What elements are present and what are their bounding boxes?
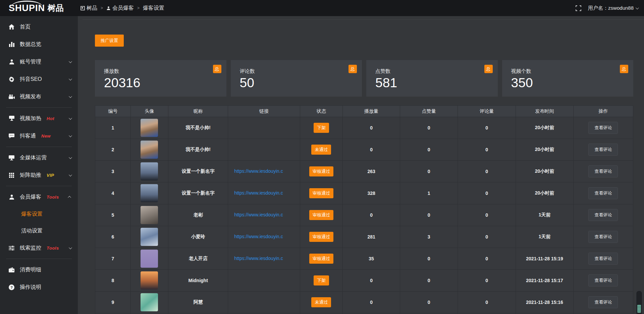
cell-no: 4 — [95, 182, 131, 204]
table-header-row: 编号 头像 昵称 链接 状态 播放量 点赞量 评论量 发布时间 操作 — [95, 106, 633, 117]
col-header-link: 链接 — [228, 106, 300, 117]
cell-avatar — [130, 117, 168, 139]
vip-badge: VIP — [47, 173, 54, 178]
video-link[interactable]: https://www.iesdouyin.c — [234, 212, 283, 217]
promo-settings-button[interactable]: 推广设置 — [95, 35, 124, 47]
sidebar-item-video-publish[interactable]: 视频发布 — [0, 88, 78, 105]
col-header-no: 编号 — [95, 106, 131, 117]
sidebar-item-member-baoke[interactable]: 会员爆客 Tools — [0, 188, 78, 206]
video-link[interactable]: https://www.iesdouyin.c — [234, 168, 283, 174]
cell-likes: 0 — [400, 248, 458, 270]
video-link[interactable]: https://www.iesdouyin.c — [234, 234, 283, 239]
cell-status: 审核通过 — [300, 204, 343, 226]
stat-label: 视频个数 — [511, 68, 634, 74]
cell-nickname: 小爱玲 — [168, 226, 228, 248]
square-icon — [80, 6, 85, 10]
sidebar-item-consumption-detail[interactable]: 消费明细 — [0, 261, 78, 278]
avatar — [141, 184, 158, 202]
cell-likes: 0 — [400, 292, 458, 313]
cell-time: 20小时前 — [516, 182, 574, 204]
cell-status: 审核通过 — [300, 182, 343, 204]
table-row: 4 设置一个新名字 https://www.iesdouyin.c 审核通过 3… — [95, 182, 633, 204]
fullscreen-icon[interactable] — [576, 5, 581, 11]
cell-nickname: 设置一个新名字 — [168, 161, 228, 182]
sidebar-item-label: 抖客通 — [20, 133, 36, 140]
cell-status: 未通过 — [300, 292, 343, 313]
cell-time: 1天前 — [516, 204, 574, 226]
sidebar-item-home[interactable]: 首页 — [0, 18, 78, 36]
sidebar-item-label: 视频发布 — [20, 93, 41, 100]
view-comments-button[interactable]: 查看评论 — [588, 187, 618, 199]
scrollbar-widget[interactable] — [636, 291, 642, 314]
breadcrumb-item-member[interactable]: 会员爆客 — [106, 5, 134, 12]
sidebar-item-douketong[interactable]: 抖客通 New — [0, 127, 78, 145]
cell-comments: 0 — [458, 270, 516, 292]
cell-comments: 0 — [458, 204, 516, 226]
table-row: 7 老人开店 https://www.iesdouyin.c 审核通过 35 0… — [95, 248, 633, 270]
sidebar-item-clue-monitor[interactable]: 线索监控 Tools — [0, 239, 78, 257]
cell-action: 查看评论 — [573, 161, 633, 182]
col-header-status: 状态 — [300, 106, 343, 117]
user-menu[interactable]: 用户名：zswodun88 — [588, 5, 638, 11]
sidebar-item-label: 数据总览 — [20, 41, 41, 48]
table-row: 3 设置一个新名字 https://www.iesdouyin.c 审核通过 2… — [95, 161, 633, 182]
view-comments-button[interactable]: 查看评论 — [588, 274, 618, 286]
view-comments-button[interactable]: 查看评论 — [588, 144, 618, 156]
hot-badge: Hot — [47, 116, 54, 121]
sidebar-item-label: 会员爆客 — [20, 194, 41, 201]
stat-label: 点赞数 — [375, 68, 498, 74]
view-comments-button[interactable]: 查看评论 — [588, 209, 618, 221]
sidebar-item-douyin-seo[interactable]: 抖音SEO — [0, 70, 78, 88]
stat-label: 评论数 — [240, 68, 362, 74]
cell-nickname: 老彬 — [168, 204, 228, 226]
cell-avatar — [130, 182, 168, 204]
sidebar-item-label: 操作说明 — [20, 284, 41, 291]
sidebar-subitem-baoke-settings[interactable]: 爆客设置 — [0, 206, 78, 222]
cell-comments: 0 — [458, 226, 516, 248]
videos-table: 编号 头像 昵称 链接 状态 播放量 点赞量 评论量 发布时间 操作 1 我不是… — [95, 105, 633, 314]
video-link[interactable]: https://www.iesdouyin.c — [234, 190, 283, 196]
cell-time: 20小时前 — [516, 161, 574, 182]
view-comments-button[interactable]: 查看评论 — [588, 253, 618, 265]
cell-status: 审核通过 — [300, 248, 343, 270]
sidebar-item-matrix-boost[interactable]: 矩阵助推 VIP — [0, 166, 78, 184]
chevron-down-icon — [69, 60, 72, 63]
table-row: 6 小爱玲 https://www.iesdouyin.c 审核通过 281 3… — [95, 226, 633, 248]
sidebar-item-label: 全媒体运营 — [20, 154, 47, 161]
stat-card-plays: 播放数 20316 总 — [95, 60, 226, 97]
sidebar-item-data-overview[interactable]: 数据总览 — [0, 36, 78, 53]
view-comments-button[interactable]: 查看评论 — [588, 165, 618, 177]
avatar — [141, 206, 158, 224]
cell-status: 下架 — [300, 270, 343, 292]
heat-monitor-icon — [8, 116, 15, 121]
view-comments-button[interactable]: 查看评论 — [588, 296, 618, 308]
cell-time: 20小时前 — [516, 139, 574, 161]
avatar — [141, 162, 158, 180]
cell-time: 2021-11-28 15:17 — [516, 270, 574, 292]
cell-no: 2 — [95, 139, 131, 161]
logo[interactable]: SHUPIN 树品 — [0, 4, 78, 13]
breadcrumb-item-home[interactable]: 树品 — [80, 5, 97, 12]
col-header-action: 操作 — [573, 106, 633, 117]
table-row: 8 Midnight 下架 0 0 0 2021-11-28 15:17 查看评… — [95, 270, 633, 292]
view-comments-button[interactable]: 查看评论 — [588, 231, 618, 243]
chevron-down-icon — [69, 134, 72, 137]
scrollbar-thumb[interactable] — [637, 305, 641, 313]
sidebar-item-video-heat[interactable]: 视频加热 Hot — [0, 110, 78, 127]
avatar — [141, 250, 158, 268]
stat-cards: 播放数 20316 总 评论数 50 总 点赞数 581 总 视频个数 350 … — [95, 60, 633, 97]
sidebar-item-account[interactable]: 账号管理 — [0, 53, 78, 70]
cell-no: 1 — [95, 117, 131, 139]
view-comments-button[interactable]: 查看评论 — [588, 122, 618, 134]
cell-link — [228, 139, 300, 161]
help-circle-icon: ? — [8, 284, 15, 290]
avatar — [141, 293, 158, 311]
video-link[interactable]: https://www.iesdouyin.c — [234, 256, 283, 261]
sidebar-divider — [6, 259, 72, 259]
cell-plays: 0 — [342, 292, 400, 313]
sidebar-item-all-media[interactable]: 全媒体运营 — [0, 149, 78, 166]
sidebar-subitem-activity-settings[interactable]: 活动设置 — [0, 222, 78, 239]
chevron-down-icon — [636, 6, 639, 9]
cell-link: https://www.iesdouyin.c — [228, 204, 300, 226]
sidebar-item-instructions[interactable]: ? 操作说明 — [0, 278, 78, 296]
